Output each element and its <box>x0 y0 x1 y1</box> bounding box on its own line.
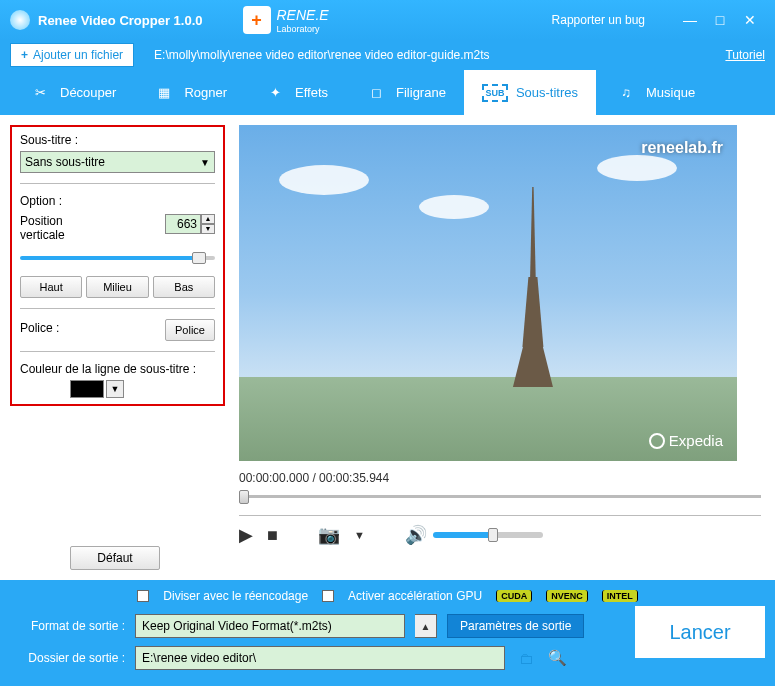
video-brand: Expedia <box>649 432 723 449</box>
brand-icon: + <box>243 6 271 34</box>
folder-browse-icon[interactable]: 🗀 <box>519 650 534 667</box>
brand-sub: Laboratory <box>277 24 329 34</box>
position-middle-button[interactable]: Milieu <box>86 276 148 298</box>
tab-effects[interactable]: ✦ Effets <box>245 70 346 115</box>
format-value: Keep Original Video Format(*.m2ts) <box>142 619 332 633</box>
crop-icon: ▦ <box>152 81 176 105</box>
folder-label: Dossier de sortie : <box>10 651 125 665</box>
volume-slider[interactable] <box>433 532 543 538</box>
font-button[interactable]: Police <box>165 319 215 341</box>
tab-cut-label: Découper <box>60 85 116 100</box>
tutorial-link[interactable]: Tutoriel <box>725 48 765 62</box>
report-bug-link[interactable]: Rapporter un bug <box>552 13 645 27</box>
spin-up-icon[interactable]: ▲ <box>201 214 215 224</box>
time-current: 00:00:00.000 <box>239 471 309 485</box>
chevron-down-icon[interactable]: ▼ <box>106 380 124 398</box>
launch-label: Lancer <box>669 621 730 644</box>
folder-value: E:\renee video editor\ <box>142 651 256 665</box>
position-slider[interactable] <box>20 252 215 264</box>
video-watermark: reneelab.fr <box>641 139 723 157</box>
scissors-icon: ✂ <box>28 81 52 105</box>
eiffel-tower <box>508 177 558 387</box>
format-dropdown-icon[interactable]: ▲ <box>415 614 437 638</box>
snapshot-button[interactable]: 📷 <box>318 524 340 546</box>
position-label: Position verticale <box>20 214 80 242</box>
gpu-label: Activer accélération GPU <box>348 589 482 603</box>
tab-watermark[interactable]: ◻ Filigrane <box>346 70 464 115</box>
wand-icon: ✦ <box>263 81 287 105</box>
tab-cut[interactable]: ✂ Découper <box>10 70 134 115</box>
playback-controls: ▶ ■ 📷 ▼ 🔊 <box>239 524 761 546</box>
video-preview[interactable]: reneelab.fr Expedia <box>239 125 737 461</box>
add-file-label: Ajouter un fichier <box>33 48 123 62</box>
play-button[interactable]: ▶ <box>239 524 253 546</box>
add-file-button[interactable]: + Ajouter un fichier <box>10 43 134 67</box>
option-label: Option : <box>20 194 215 208</box>
badge-nvenc: NVENC <box>546 590 588 602</box>
time-display: 00:00:00.000 / 00:00:35.944 <box>239 471 761 485</box>
circle-icon <box>649 433 665 449</box>
color-swatch <box>70 380 104 398</box>
brand-text: RENE.E <box>277 7 329 23</box>
launch-button[interactable]: Lancer <box>635 606 765 658</box>
badge-cuda: CUDA <box>496 590 532 602</box>
output-params-button[interactable]: Paramètres de sortie <box>447 614 584 638</box>
minimize-button[interactable]: — <box>675 12 705 28</box>
tab-music-label: Musique <box>646 85 695 100</box>
seek-slider[interactable] <box>239 491 761 503</box>
tab-crop-label: Rogner <box>184 85 227 100</box>
gpu-checkbox[interactable] <box>322 590 334 602</box>
close-button[interactable]: ✕ <box>735 12 765 28</box>
chevron-down-icon: ▼ <box>200 157 210 168</box>
color-picker[interactable]: ▼ <box>70 380 215 398</box>
folder-input[interactable]: E:\renee video editor\ <box>135 646 505 670</box>
tab-subtitles-label: Sous-titres <box>516 85 578 100</box>
folder-search-icon[interactable]: 🔍 <box>548 649 567 667</box>
maximize-button[interactable]: □ <box>705 12 735 28</box>
position-bottom-button[interactable]: Bas <box>153 276 215 298</box>
volume-control: 🔊 <box>405 524 543 546</box>
position-input[interactable] <box>165 214 201 234</box>
bottom-bar: Diviser avec le réencodage Activer accél… <box>0 580 775 686</box>
subtitle-label: Sous-titre : <box>20 133 215 147</box>
tab-subtitles[interactable]: SUB Sous-titres <box>464 70 596 115</box>
volume-thumb[interactable] <box>488 528 498 542</box>
titlebar: Renee Video Cropper 1.0.0 + RENE.E Labor… <box>0 0 775 40</box>
subtitle-select[interactable]: Sans sous-titre ▼ <box>20 151 215 173</box>
subtitle-panel: Sous-titre : Sans sous-titre ▼ Option : … <box>0 115 235 580</box>
position-top-button[interactable]: Haut <box>20 276 82 298</box>
brand: + RENE.E Laboratory <box>243 6 329 34</box>
file-bar: + Ajouter un fichier E:\molly\molly\rene… <box>0 40 775 70</box>
plus-icon: + <box>21 48 28 62</box>
tab-crop[interactable]: ▦ Rogner <box>134 70 245 115</box>
main: Sous-titre : Sans sous-titre ▼ Option : … <box>0 115 775 580</box>
format-label: Format de sortie : <box>10 619 125 633</box>
tab-music[interactable]: ♫ Musique <box>596 70 713 115</box>
volume-icon[interactable]: 🔊 <box>405 524 427 546</box>
snapshot-menu-icon[interactable]: ▼ <box>354 529 365 541</box>
color-label: Couleur de la ligne de sous-titre : <box>20 362 215 376</box>
app-logo-icon <box>10 10 30 30</box>
tabs: ✂ Découper ▦ Rogner ✦ Effets ◻ Filigrane… <box>0 70 775 115</box>
divide-label: Diviser avec le réencodage <box>163 589 308 603</box>
divide-checkbox[interactable] <box>137 590 149 602</box>
seek-thumb[interactable] <box>239 490 249 504</box>
format-select[interactable]: Keep Original Video Format(*.m2ts) <box>135 614 405 638</box>
subtitle-select-value: Sans sous-titre <box>25 155 105 169</box>
preview-area: reneelab.fr Expedia 00:00:00.000 / 00:00… <box>235 115 775 580</box>
tab-effects-label: Effets <box>295 85 328 100</box>
stop-button[interactable]: ■ <box>267 525 278 546</box>
file-path: E:\molly\molly\renee video editor\renee … <box>154 48 490 62</box>
music-icon: ♫ <box>614 81 638 105</box>
highlighted-region: Sous-titre : Sans sous-titre ▼ Option : … <box>10 125 225 406</box>
time-total: 00:00:35.944 <box>319 471 389 485</box>
default-button[interactable]: Défaut <box>70 546 160 570</box>
watermark-icon: ◻ <box>364 81 388 105</box>
badge-intel: INTEL <box>602 590 638 602</box>
spin-down-icon[interactable]: ▼ <box>201 224 215 234</box>
app-title: Renee Video Cropper 1.0.0 <box>38 13 203 28</box>
position-stepper[interactable]: ▲ ▼ <box>165 214 215 234</box>
font-label: Police : <box>20 321 59 335</box>
slider-thumb[interactable] <box>192 252 206 264</box>
tab-watermark-label: Filigrane <box>396 85 446 100</box>
